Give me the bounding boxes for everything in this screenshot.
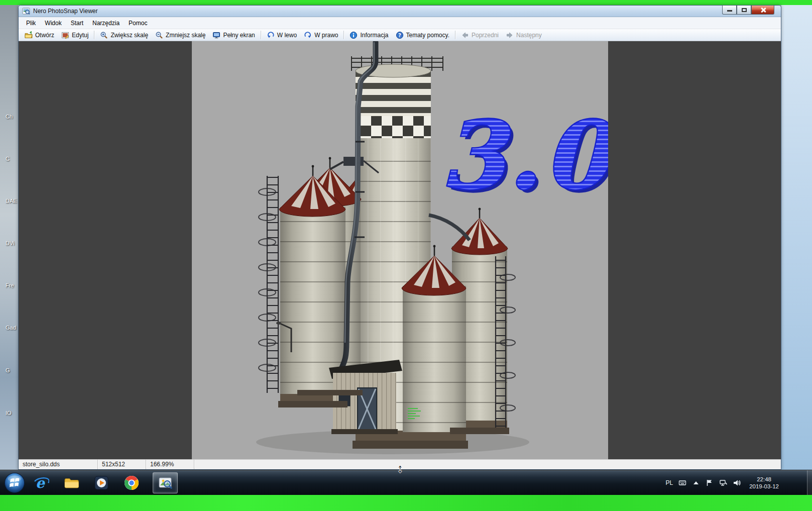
maximize-icon — [742, 8, 747, 12]
rotate-left-button[interactable]: W lewo — [263, 30, 300, 40]
previous-icon — [461, 31, 469, 39]
system-tray: PL — [665, 470, 779, 495]
edit-icon — [61, 31, 69, 39]
menu-start[interactable]: Start — [66, 18, 88, 29]
zoom-in-button[interactable]: Zwiększ skalę — [96, 30, 152, 40]
network-icon[interactable] — [719, 479, 727, 487]
zoom-in-icon — [100, 31, 108, 39]
start-button[interactable] — [4, 472, 25, 493]
desktop-icon-label[interactable]: G — [6, 367, 10, 373]
desktop-icon-label[interactable]: Gad — [6, 325, 16, 331]
rotate-right-icon — [304, 31, 312, 39]
taskbar-apps: e — [32, 470, 178, 495]
viewed-image: 3.0 3.0 — [192, 41, 608, 459]
desktop-icon-label[interactable]: C — [6, 156, 10, 162]
open-button-label: Otwórz — [35, 32, 54, 39]
svg-text:3.0: 3.0 — [440, 100, 608, 210]
keyboard-icon[interactable] — [678, 479, 686, 487]
info-button-label: Informacja — [360, 32, 388, 39]
capture-border-top — [0, 0, 812, 5]
clock-date: 2019-03-12 — [749, 483, 779, 490]
menu-pomoc[interactable]: Pomoc — [124, 18, 152, 29]
show-hidden-icons-button[interactable] — [692, 479, 700, 487]
taskbar-photosnap-viewer[interactable] — [153, 472, 178, 493]
folder-icon — [63, 475, 79, 491]
next-button-label: Następny — [516, 32, 542, 39]
menu-widok[interactable]: Widok — [40, 18, 66, 29]
help-button-label: Tematy pomocy. — [406, 32, 449, 39]
close-button[interactable] — [751, 6, 774, 15]
status-spacer — [194, 460, 781, 469]
desktop-icon-label[interactable]: Ch — [6, 114, 13, 120]
zoom-out-button[interactable]: Zmniejsz skalę — [152, 30, 209, 40]
clock-time: 22:48 — [749, 476, 779, 483]
screen: Ch C DAE DVi Fre Gad G IO Nero PhotoSnap… — [0, 0, 812, 511]
status-filename: store_silo.dds — [19, 460, 98, 469]
windows-logo-icon — [4, 472, 25, 493]
mouse-cursor — [397, 461, 403, 475]
desktop-edge-right — [781, 5, 812, 470]
media-player-icon — [93, 475, 109, 491]
app-window: Nero PhotoSnap Viewer Plik Widok Start N… — [18, 5, 781, 470]
next-icon — [506, 31, 514, 39]
taskbar-file-explorer[interactable] — [62, 473, 80, 493]
edit-button-label: Edytuj — [72, 32, 88, 39]
previous-button-label: Poprzedni — [472, 32, 499, 39]
close-icon — [760, 7, 766, 13]
desktop-icon-label[interactable]: Fre — [6, 282, 14, 288]
desktop-edge-left: Ch C DAE DVi Fre Gad G IO — [0, 5, 18, 470]
minimize-icon — [727, 10, 732, 12]
language-indicator[interactable]: PL — [665, 479, 673, 486]
edit-button[interactable]: Edytuj — [58, 30, 92, 40]
desktop-icon-label[interactable]: IO — [6, 410, 12, 416]
action-center-flag-icon[interactable] — [706, 479, 714, 487]
clock[interactable]: 22:48 2019-03-12 — [749, 476, 779, 490]
minimize-button[interactable] — [722, 6, 737, 15]
open-icon — [25, 31, 33, 39]
toolbar-separator — [94, 31, 94, 39]
status-dimensions: 512x512 — [98, 460, 146, 469]
help-button[interactable]: ? Tematy pomocy. — [392, 30, 453, 40]
open-button[interactable]: Otwórz — [21, 30, 58, 40]
maximize-button[interactable] — [737, 6, 751, 15]
menu-narzedzia[interactable]: Narzędzia — [88, 18, 124, 29]
previous-button[interactable]: Poprzedni — [457, 30, 502, 40]
capture-border-bottom — [0, 495, 812, 511]
taskbar: e — [0, 470, 812, 495]
rotate-left-button-label: W lewo — [277, 32, 297, 39]
desktop-icon-label[interactable]: DVi — [6, 240, 15, 246]
zoom-out-icon — [155, 31, 163, 39]
toolbar-separator — [343, 31, 344, 39]
photosnap-viewer-icon — [157, 475, 173, 491]
help-icon: ? — [396, 31, 404, 39]
rotate-right-button[interactable]: W prawo — [300, 30, 341, 40]
titlebar[interactable]: Nero PhotoSnap Viewer — [19, 6, 781, 17]
svg-text:?: ? — [398, 32, 401, 38]
chevron-up-icon — [693, 481, 699, 484]
image-viewport[interactable]: 3.0 3.0 — [19, 41, 781, 459]
show-desktop-button[interactable] — [807, 470, 812, 495]
info-button[interactable]: Informacja — [346, 30, 392, 40]
app-icon — [22, 7, 30, 15]
desktop-icon-label[interactable]: DAE — [6, 198, 17, 204]
toolbar-separator — [455, 31, 455, 39]
menu-plik[interactable]: Plik — [22, 18, 40, 29]
status-zoom-level: 166.99% — [146, 460, 194, 469]
version-overlay: 3.0 3.0 — [440, 100, 608, 214]
volume-icon[interactable] — [733, 479, 741, 487]
rotate-right-button-label: W prawo — [314, 32, 338, 39]
svg-text:e: e — [36, 475, 46, 491]
taskbar-internet-explorer[interactable]: e — [32, 473, 50, 493]
rotate-left-icon — [267, 31, 275, 39]
fullscreen-icon — [212, 31, 220, 39]
window-controls — [722, 6, 774, 15]
info-icon — [350, 31, 358, 39]
zoom-in-button-label: Zwiększ skalę — [110, 32, 148, 39]
fullscreen-button[interactable]: Pełny ekran — [209, 30, 258, 40]
zoom-out-button-label: Zmniejsz skalę — [166, 32, 205, 39]
window-title: Nero PhotoSnap Viewer — [33, 8, 98, 15]
taskbar-media-player[interactable] — [92, 473, 110, 493]
chrome-icon — [124, 475, 140, 491]
taskbar-chrome[interactable] — [123, 473, 141, 493]
next-button[interactable]: Następny — [502, 30, 545, 40]
